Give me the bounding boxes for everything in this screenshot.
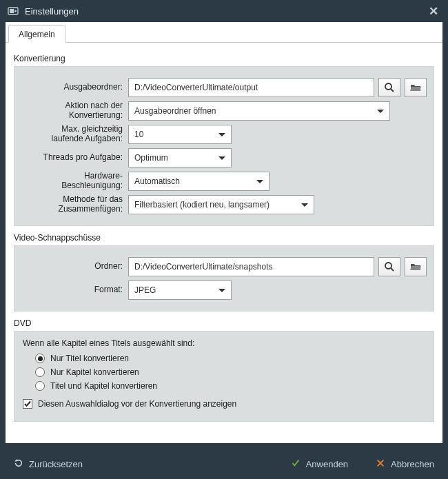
chevron-down-icon (218, 289, 225, 292)
radio-icon (35, 381, 45, 391)
check-icon (291, 458, 301, 470)
panel-conversion: Ausgabeordner: Aktion nach der Konvertie… (14, 66, 434, 226)
footer: Zurücksetzen Anwenden Abbrechen (0, 449, 448, 479)
svg-point-2 (14, 10, 17, 12)
chevron-down-icon (218, 156, 225, 160)
label-threads: Threads pro Aufgabe: (21, 153, 128, 163)
cancel-icon (376, 458, 385, 470)
apply-button[interactable]: Anwenden (287, 456, 352, 473)
select-snapshot-format[interactable]: JPEG (128, 281, 232, 300)
select-post-action-value: Ausgabeordner öffnen (134, 106, 216, 116)
label-snapshot-format: Format: (21, 285, 128, 295)
reset-label: Zurücksetzen (29, 459, 83, 469)
select-snapshot-format-value: JPEG (134, 285, 156, 295)
radio-label: Nur Kapitel konvertieren (50, 367, 139, 377)
app-icon (7, 5, 19, 17)
dvd-question: Wenn alle Kapitel eines Titels ausgewähl… (23, 338, 425, 348)
chevron-down-icon (256, 180, 263, 183)
search-icon[interactable] (378, 257, 400, 276)
chevron-down-icon (377, 110, 384, 113)
checkbox-icon (23, 399, 32, 409)
label-max-tasks: Max. gleichzeitig laufende Aufgaben: (21, 125, 128, 144)
select-post-action[interactable]: Ausgabeordner öffnen (128, 101, 390, 121)
select-threads-value: Optimum (134, 153, 168, 163)
radio-label: Titel und Kapitel konvertieren (50, 381, 157, 391)
svg-rect-1 (10, 9, 14, 13)
select-merge[interactable]: Filterbasiert (kodiert neu, langsamer) (128, 195, 314, 214)
input-output-folder[interactable] (128, 78, 374, 97)
reset-button[interactable]: Zurücksetzen (10, 456, 87, 473)
chevron-down-icon (218, 133, 225, 136)
radio-icon (35, 354, 45, 363)
search-icon[interactable] (378, 78, 400, 97)
radio-both[interactable]: Titel und Kapitel konvertieren (35, 381, 425, 391)
select-max-tasks[interactable]: 10 (128, 125, 232, 144)
svg-point-3 (385, 83, 391, 90)
section-dvd-title: DVD (14, 318, 434, 328)
label-output-folder: Ausgabeordner: (21, 83, 128, 92)
radio-icon (35, 367, 45, 377)
select-hwaccel-value: Automatisch (134, 176, 180, 186)
apply-label: Anwenden (306, 459, 348, 469)
tab-bar: Allgemein (6, 23, 442, 43)
select-threads[interactable]: Optimum (128, 148, 232, 167)
label-snapshot-folder: Ordner: (21, 262, 128, 272)
section-snapshots-title: Video-Schnappschüsse (14, 233, 434, 243)
checkbox-label: Diesen Auswahldialog vor der Konvertieru… (38, 399, 236, 409)
svg-point-5 (385, 263, 391, 269)
close-icon[interactable]: ✕ (426, 4, 441, 19)
radio-title-only[interactable]: Nur Titel konvertieren (35, 354, 425, 363)
label-merge: Methode für das Zusammenfügen: (21, 195, 128, 214)
radio-label: Nur Titel konvertieren (50, 354, 129, 363)
label-post-action: Aktion nach der Konvertierung: (21, 101, 128, 121)
select-hwaccel[interactable]: Automatisch (128, 172, 269, 191)
svg-line-4 (391, 89, 394, 92)
label-hwaccel: Hardware- Beschleunigung: (21, 172, 128, 191)
tab-general[interactable]: Allgemein (8, 26, 65, 43)
radio-chapters-only[interactable]: Nur Kapitel konvertieren (35, 367, 425, 377)
svg-line-6 (391, 268, 394, 271)
section-conversion-title: Konvertierung (14, 54, 434, 63)
select-max-tasks-value: 10 (134, 130, 143, 139)
cancel-label: Abbrechen (391, 459, 434, 469)
folder-icon[interactable] (405, 78, 427, 97)
titlebar: Einstellungen ✕ (0, 0, 448, 22)
panel-dvd: Wenn alle Kapitel eines Titels ausgewähl… (14, 331, 434, 422)
select-merge-value: Filterbasiert (kodiert neu, langsamer) (134, 200, 269, 210)
window-title: Einstellungen (25, 6, 79, 17)
reset-icon (14, 458, 23, 470)
cancel-button[interactable]: Abbrechen (371, 456, 438, 473)
checkbox-show-dialog[interactable]: Diesen Auswahldialog vor der Konvertieru… (23, 399, 425, 409)
folder-icon[interactable] (405, 257, 427, 276)
panel-snapshots: Ordner: Format: J (14, 245, 434, 312)
input-snapshot-folder[interactable] (128, 257, 374, 276)
chevron-down-icon (301, 203, 308, 207)
